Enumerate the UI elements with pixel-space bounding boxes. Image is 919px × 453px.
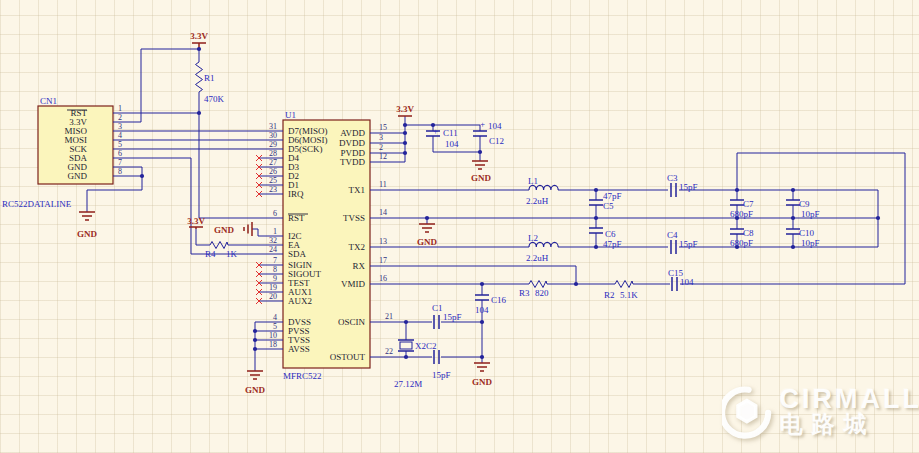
power-gnd-osc: GND bbox=[472, 377, 493, 387]
u1-pin-num-19: 19 bbox=[269, 283, 277, 292]
c5-value: 47pF bbox=[603, 191, 622, 201]
junction-dots bbox=[140, 47, 880, 359]
cn1-pin-name-gnd2: GND bbox=[68, 171, 88, 181]
power-gnd-cn1: GND bbox=[77, 229, 98, 239]
c15-value: 104 bbox=[680, 277, 694, 287]
u1-pin-num-4: 4 bbox=[273, 313, 277, 322]
u1-pin-name-dvdd: DVDD bbox=[339, 138, 365, 148]
cn1-pin-num-3: 3 bbox=[118, 122, 122, 131]
c11-value: 104 bbox=[445, 139, 459, 149]
u1-pin-name-tvss-r: TVSS bbox=[343, 213, 365, 223]
gnd-symbol-cn1 bbox=[79, 212, 95, 220]
r1-designator: R1 bbox=[204, 73, 215, 83]
c1-value: 15pF bbox=[443, 312, 462, 322]
power-3v3-r1: 3.3V bbox=[190, 31, 208, 41]
c4-designator: C4 bbox=[667, 230, 678, 240]
c12-plus: + bbox=[480, 119, 485, 129]
u1-pin-num-8: 8 bbox=[273, 265, 277, 274]
u1-pin-num-21: 21 bbox=[385, 312, 393, 321]
c1-designator: C1 bbox=[432, 303, 443, 313]
u1-pin-num-22: 22 bbox=[385, 347, 393, 356]
c10-value: 10pF bbox=[801, 238, 820, 248]
u1-part: MFRC522 bbox=[283, 371, 322, 381]
gnd-symbol-vss bbox=[247, 371, 263, 379]
u1-pin-num-5: 5 bbox=[273, 322, 277, 331]
u1-designator: U1 bbox=[285, 110, 296, 120]
cn1-pin-num-1: 1 bbox=[118, 104, 122, 113]
power-3v3-r4: 3.3V bbox=[187, 216, 205, 226]
l1-inductor-coil bbox=[529, 185, 558, 190]
r2-designator: R2 bbox=[604, 290, 615, 300]
u1-pin-name-aux2: AUX2 bbox=[288, 296, 312, 306]
u1-pin-name-tx1: TX1 bbox=[349, 185, 366, 195]
gnd-symbol-c12 bbox=[472, 161, 488, 169]
c9-designator: C9 bbox=[799, 199, 810, 209]
u1-pin-num-28: 28 bbox=[269, 149, 277, 158]
cn1-pin-num-6: 6 bbox=[118, 149, 122, 158]
u1-pin-num-25: 25 bbox=[269, 176, 277, 185]
c8-value: 680pF bbox=[730, 238, 753, 248]
u1-pin-name-irq: IRQ bbox=[288, 189, 304, 199]
u1-pin-name-sda: SDA bbox=[288, 249, 307, 259]
u1-pin-name-oscin: OSCIN bbox=[338, 317, 366, 327]
schematic-canvas: CN1RC522DATALINERST3.3VMISOMOSISCKSDAGND… bbox=[0, 0, 919, 453]
u1-pin-num-30: 30 bbox=[269, 131, 277, 140]
cn1-designator: CN1 bbox=[40, 96, 57, 106]
gnd-symbol-i2c bbox=[244, 222, 252, 236]
u1-pin-num-23: 23 bbox=[269, 185, 277, 194]
c3-designator: C3 bbox=[667, 173, 678, 183]
u1-pin-name-rx: RX bbox=[352, 261, 365, 271]
c4-value: 15pF bbox=[679, 239, 698, 249]
c6-value: 47pF bbox=[603, 239, 622, 249]
u1-pin-num-24: 24 bbox=[269, 245, 277, 254]
c16-value: 104 bbox=[475, 305, 489, 315]
u1-pin-num-6: 6 bbox=[273, 209, 277, 218]
u1-pin-num-20: 20 bbox=[269, 292, 277, 301]
c6-designator: C6 bbox=[605, 229, 616, 239]
u1-pin-num-31: 31 bbox=[269, 122, 277, 131]
r2-value: 5.1K bbox=[620, 290, 638, 300]
r2-resistor-zigzag bbox=[615, 281, 633, 288]
power-gnd-c12: GND bbox=[471, 173, 492, 183]
u1-pin-num-10: 10 bbox=[269, 331, 277, 340]
l2-designator: L2 bbox=[528, 233, 538, 243]
l2-inductor-coil bbox=[529, 242, 558, 247]
x2-value: 27.12M bbox=[394, 379, 422, 389]
u1-pin-num-26: 26 bbox=[269, 167, 277, 176]
u1-pin-name-rst: RST bbox=[288, 213, 305, 223]
c10-designator: C10 bbox=[799, 228, 815, 238]
u1-pin-num-12: 12 bbox=[379, 152, 387, 161]
u1-pin-num-13: 13 bbox=[379, 237, 387, 246]
u1-pin-name-ostout: OSTOUT bbox=[330, 352, 366, 362]
u1-pin-num-27: 27 bbox=[269, 158, 277, 167]
u1-pin-num-32: 32 bbox=[269, 236, 277, 245]
r3-value: 820 bbox=[535, 288, 549, 298]
u1-pin-num-17: 17 bbox=[379, 256, 387, 265]
c11-plus: + bbox=[433, 126, 438, 136]
u1-pin-num-18: 18 bbox=[269, 340, 277, 349]
cn1-pin-num-4: 4 bbox=[118, 131, 122, 140]
u1-pin-name-avdd: AVDD bbox=[340, 128, 365, 138]
cn1-caption: RC522DATALINE bbox=[2, 199, 72, 209]
u1-pin-num-1: 1 bbox=[273, 227, 277, 236]
c2-designator: C2 bbox=[426, 341, 437, 351]
c11-designator: C11 bbox=[443, 128, 458, 138]
c9-value: 10pF bbox=[801, 209, 820, 219]
l1-designator: L1 bbox=[528, 176, 538, 186]
cn1-pin-num-5: 5 bbox=[118, 140, 122, 149]
c12-designator: C12 bbox=[489, 136, 504, 146]
u1-pin-num-3: 3 bbox=[379, 133, 383, 142]
u1-pin-num-15: 15 bbox=[379, 123, 387, 132]
cn1-pin-num-7: 7 bbox=[118, 158, 122, 167]
c7-designator: C7 bbox=[743, 199, 754, 209]
c5-designator: C5 bbox=[603, 201, 614, 211]
c3-value: 15pF bbox=[679, 182, 698, 192]
r1-value: 470K bbox=[204, 94, 225, 104]
x2-crystal-body bbox=[400, 342, 412, 349]
c7-value: 680pF bbox=[730, 209, 753, 219]
c2-value: 15pF bbox=[432, 370, 451, 380]
power-gnd-i2c: GND bbox=[214, 225, 235, 235]
u1-pin-name-avss: AVSS bbox=[288, 344, 310, 354]
cn1-pin-num-2: 2 bbox=[118, 113, 122, 122]
u1-pin-num-14: 14 bbox=[379, 208, 387, 217]
